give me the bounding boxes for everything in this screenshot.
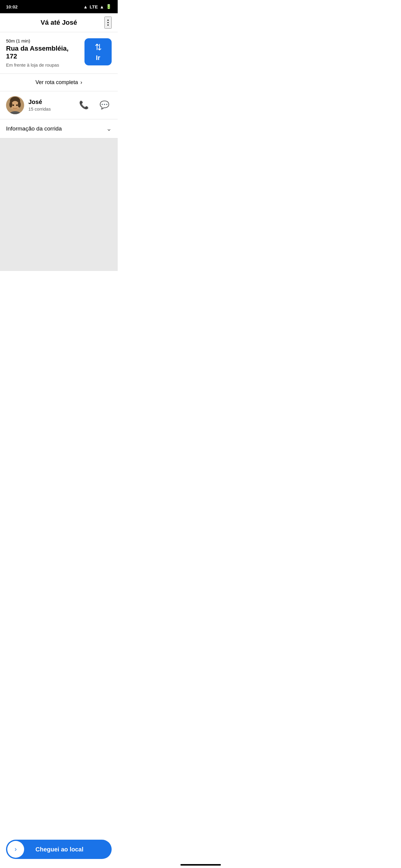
svg-point-7 <box>12 107 18 111</box>
driver-info: José 15 corridas <box>28 98 73 112</box>
go-icon: ⇅ <box>95 42 102 52</box>
phone-icon: 📞 <box>79 100 89 110</box>
nav-duration: 50m (1 min) <box>6 38 80 43</box>
svg-point-4 <box>18 101 21 107</box>
wifi-icon: ▲ <box>83 4 88 9</box>
dot-3 <box>107 24 109 26</box>
chevron-down-icon: ⌄ <box>106 125 112 133</box>
svg-point-6 <box>16 104 18 106</box>
status-time: 10:02 <box>6 4 18 9</box>
dot-1 <box>107 20 109 21</box>
driver-name: José <box>28 98 73 105</box>
navigation-card: 50m (1 min) Rua da Assembléia, 172 Em fr… <box>0 32 118 74</box>
go-button[interactable]: ⇅ Ir <box>85 38 112 65</box>
info-section[interactable]: Informação da corrida ⌄ <box>0 119 118 138</box>
header: Vá até José <box>0 13 118 32</box>
info-label: Informação da corrida <box>6 125 62 132</box>
nav-info: 50m (1 min) Rua da Assembléia, 172 Em fr… <box>6 38 80 67</box>
go-label: Ir <box>96 54 101 62</box>
driver-rides: 15 corridas <box>28 106 73 112</box>
driver-actions: 📞 💬 <box>77 98 112 112</box>
route-link-label: Ver rota completa <box>35 79 78 86</box>
signal-icon: ▲ <box>99 4 104 9</box>
menu-button[interactable] <box>105 17 112 29</box>
status-bar: 10:02 ▲ LTE ▲ 🔋 <box>0 0 118 13</box>
page-title: Vá até José <box>40 19 77 27</box>
phone-button[interactable]: 📞 <box>77 98 91 112</box>
dot-2 <box>107 22 109 23</box>
route-link[interactable]: Ver rota completa › <box>0 74 118 91</box>
battery-icon: 🔋 <box>106 4 112 9</box>
map-area <box>0 138 118 271</box>
message-button[interactable]: 💬 <box>97 98 112 112</box>
lte-label: LTE <box>90 4 98 9</box>
message-icon: 💬 <box>99 100 109 110</box>
driver-section: José 15 corridas 📞 💬 <box>0 91 118 119</box>
chevron-right-icon: › <box>81 79 82 86</box>
nav-hint: Em frente à loja de roupas <box>6 62 80 67</box>
svg-point-3 <box>9 101 12 107</box>
status-icons: ▲ LTE ▲ 🔋 <box>83 4 112 9</box>
svg-point-5 <box>13 104 14 106</box>
driver-avatar <box>6 96 24 114</box>
nav-address: Rua da Assembléia, 172 <box>6 44 80 61</box>
